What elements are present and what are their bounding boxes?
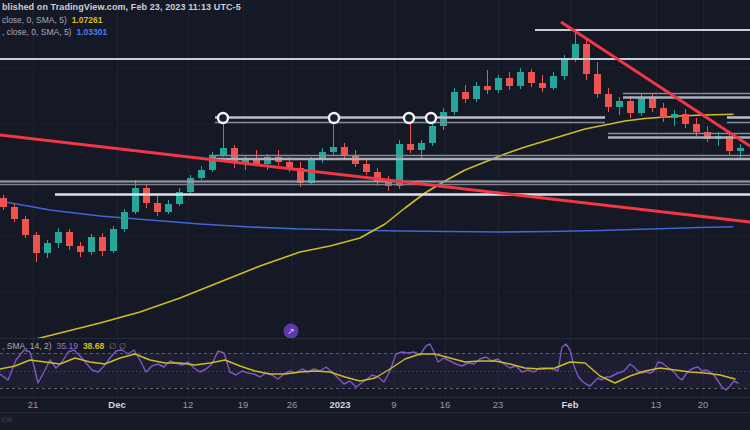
candle-body — [616, 101, 623, 107]
candle-body — [44, 243, 51, 253]
chart-canvas[interactable]: ↗ — [0, 0, 750, 430]
x-axis-label: 19 — [223, 399, 263, 410]
circle-marker[interactable] — [218, 113, 228, 123]
candle-body — [737, 148, 744, 151]
candle-body — [11, 207, 18, 219]
candle — [451, 88, 458, 115]
x-axis-label: 12 — [168, 399, 208, 410]
circle-marker[interactable] — [329, 113, 339, 123]
candle-body — [605, 94, 612, 107]
candle-body — [55, 232, 62, 243]
x-axis[interactable]: 21Dec121926202391623Feb1320 — [0, 399, 750, 412]
candle-body — [418, 143, 425, 150]
candle-body — [33, 235, 40, 253]
candle-body — [22, 219, 29, 235]
candle-body — [132, 188, 139, 212]
candle-body — [495, 78, 502, 90]
x-axis-label: 2023 — [320, 399, 360, 410]
candle-body — [561, 58, 568, 76]
x-axis-label: Feb — [550, 399, 590, 410]
candle-body — [341, 147, 348, 156]
candle — [88, 234, 95, 255]
candle-body — [649, 98, 656, 108]
candle-body — [440, 112, 447, 126]
footer-strip — [0, 412, 750, 430]
candle-body — [473, 86, 480, 99]
circle-marker[interactable] — [404, 113, 414, 123]
candle-body — [66, 232, 73, 246]
candle-body — [363, 164, 370, 172]
watermark-text: ew — [1, 414, 13, 424]
x-axis-label: 26 — [272, 399, 312, 410]
x-axis-label: 13 — [636, 399, 676, 410]
candle-body — [154, 203, 161, 212]
x-axis-label: 16 — [425, 399, 465, 410]
candle-body — [429, 126, 436, 143]
candle-body — [572, 44, 579, 58]
candle-body — [517, 72, 524, 86]
x-axis-label: 23 — [478, 399, 518, 410]
candle-body — [682, 114, 689, 124]
candle-body — [660, 108, 667, 118]
candle-body — [110, 229, 117, 251]
candle-body — [462, 92, 469, 99]
candle — [22, 216, 29, 238]
candle-body — [77, 246, 84, 252]
x-axis-label: 21 — [13, 399, 53, 410]
candle-body — [121, 212, 128, 229]
candle-body — [693, 124, 700, 132]
candle-body — [539, 83, 546, 88]
candle-body — [451, 92, 458, 112]
circle-marker[interactable] — [426, 113, 436, 123]
candle-body — [99, 237, 106, 251]
candle-body — [671, 114, 678, 118]
candle-body — [594, 74, 601, 94]
candle — [110, 226, 117, 253]
candle-body — [198, 170, 205, 178]
candle-body — [528, 72, 535, 83]
candle-body — [220, 148, 227, 155]
candle-body — [506, 78, 513, 86]
x-axis-label: 20 — [683, 399, 723, 410]
candle-body — [165, 204, 172, 212]
arrow-up-right-icon: ↗ — [287, 326, 295, 336]
candle — [121, 209, 128, 232]
candle-body — [638, 98, 645, 113]
tradingview-chart-window: ↗ blished on TradingView.com, Feb 23, 20… — [0, 0, 750, 430]
candle-body — [484, 86, 491, 90]
x-axis-label: Dec — [97, 399, 137, 410]
candle-body — [88, 237, 95, 252]
candle-body — [330, 147, 337, 152]
candle-body — [627, 101, 634, 113]
candle-body — [209, 155, 216, 170]
candle-body — [0, 198, 7, 207]
purple-circle-badge[interactable]: ↗ — [284, 324, 299, 339]
x-axis-label: 9 — [374, 399, 414, 410]
candle-body — [407, 144, 414, 150]
candle-body — [550, 76, 557, 88]
